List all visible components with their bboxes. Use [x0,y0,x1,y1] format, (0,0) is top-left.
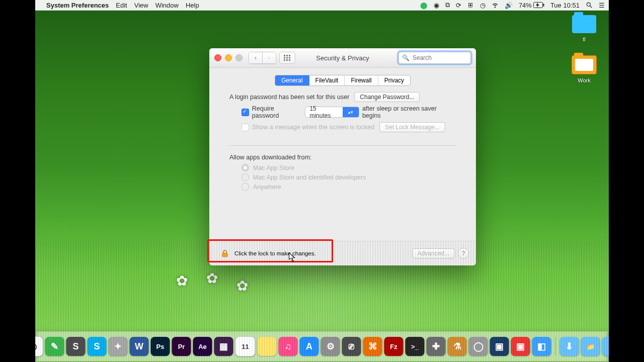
wifi-icon[interactable] [492,0,499,10]
help-button[interactable]: ? [458,248,469,259]
title-bar[interactable]: ‹ › Security & Privacy 🔍 [209,48,476,68]
lock-button[interactable]: Click the lock to make changes. [216,247,320,260]
search-input[interactable] [412,54,467,62]
tab-filevault[interactable]: FileVault [309,75,345,85]
dock-preview[interactable]: ⎚ [342,337,361,356]
dock-folder[interactable]: 📁 [581,337,600,356]
svg-line-3 [590,6,592,8]
back-button[interactable]: ‹ [249,52,263,64]
radio-icon [242,173,249,181]
dock-folder2[interactable]: 📁 [602,337,609,356]
dock-settings[interactable]: ⚙ [321,337,340,356]
tab-bar: General FileVault Firewall Privacy [275,75,411,86]
dock-word[interactable]: W [130,337,149,356]
close-button[interactable] [214,54,221,61]
dock-automator[interactable]: ⚗ [448,337,467,356]
search-icon: 🔍 [402,54,410,61]
dock-utility[interactable]: ✚ [427,337,446,356]
clock[interactable]: Tue 10:51 [550,0,580,10]
drive-icon [572,55,597,74]
dock-appstore[interactable]: A [300,337,319,356]
dock-diskutil[interactable]: ◯ [469,337,488,356]
svg-rect-9 [289,57,290,59]
svg-rect-12 [289,59,290,61]
record-icon[interactable]: ◉ [434,0,439,10]
change-password-button[interactable]: Change Password... [354,92,420,102]
dock-sublime[interactable]: S [66,337,86,356]
dock-corel[interactable]: ✎ [45,337,64,356]
dock: ☺◎✎SS✦WPsPrAe▦11♫A⚙⎚⌘Fz>_✚⚗◯▣▣◧⬇📁📁🗑 [35,332,609,361]
dock-downloads[interactable]: ⬇ [560,337,579,356]
svg-point-2 [587,3,590,6]
folder-icon [572,15,596,33]
dock-premiere[interactable]: Pr [172,337,191,356]
desktop: System Preferences File Edit View Window… [35,0,609,362]
desktop-folder-work[interactable]: Work [567,55,602,83]
volume-icon[interactable]: 🔊 [505,0,513,10]
show-all-button[interactable] [279,52,295,64]
forward-button[interactable]: › [263,52,276,64]
menu-help[interactable]: Help [186,0,199,10]
shield-icon[interactable]: ⛨ [467,0,474,10]
dock-separator [555,337,556,355]
dock-filezilla[interactable]: Fz [384,337,404,356]
radio-icon [242,183,249,191]
dock-app2[interactable]: ◧ [532,337,551,356]
dock-photoshop[interactable]: Ps [151,337,170,356]
tab-firewall[interactable]: Firewall [345,75,378,85]
menu-edit[interactable]: Edit [116,0,127,10]
menu-window[interactable]: Window [155,0,179,10]
dock-skype[interactable]: S [88,337,107,356]
dock-virtualbox[interactable]: ▣ [490,337,509,356]
svg-rect-5 [286,55,288,56]
minimize-button[interactable] [225,54,232,61]
tab-privacy[interactable]: Privacy [378,75,410,85]
svg-rect-10 [284,59,285,61]
dock-launchpad[interactable]: ✦ [109,337,128,356]
desktop-folder-tl[interactable]: tl [567,15,602,42]
dock-app1[interactable]: ▣ [511,337,530,356]
search-field[interactable]: 🔍 [398,52,471,64]
app-menu[interactable]: System Preferences [46,0,109,10]
lock-text: Click the lock to make changes. [234,250,316,256]
require-password-tail: after sleep or screen saver begins [362,105,456,119]
dock-mamp[interactable]: ⌘ [363,337,382,356]
radio-icon [242,164,249,171]
dropbox-icon[interactable]: ⧉ [445,0,450,10]
clock-icon[interactable]: ◷ [480,0,486,10]
preferences-window: ‹ › Security & Privacy 🔍 General FileVau… [209,48,476,265]
svg-rect-4 [284,55,285,56]
window-bottom-bar: Click the lock to make changes. Advanced… [209,241,476,265]
svg-rect-13 [222,253,228,257]
lock-icon [220,249,229,258]
dock-chrome[interactable]: ◎ [35,336,43,356]
require-password-delay-select[interactable]: 15 minutes ▴▾ [305,107,359,118]
svg-rect-8 [286,57,288,59]
dock-itunes[interactable]: ♫ [279,337,298,356]
desktop-folder-label: tl [567,36,602,42]
notifications-icon[interactable]: ☰ [599,0,605,10]
spotlight-icon[interactable] [586,0,593,10]
svg-rect-11 [286,59,288,61]
dock-notes[interactable] [258,337,277,356]
show-message-label: Show a message when the screen is locked [252,124,374,131]
battery-status[interactable]: 74% [519,0,544,10]
allow-apps-label: Allow apps downloaded from: [229,154,456,161]
allow-apps-option-0: Mac App Store [242,164,456,171]
dock-aftereffects[interactable]: Ae [193,337,212,356]
allow-apps-option-2: Anywhere [242,183,456,191]
evernote-icon[interactable]: ⬤ [420,0,428,10]
tab-general[interactable]: General [275,75,309,85]
desktop-folder-label: Work [567,77,602,83]
require-password-checkbox[interactable] [242,109,249,116]
menu-bar: System Preferences File Edit View Window… [35,0,609,11]
dock-hitfilm[interactable]: ▦ [214,337,233,356]
show-message-checkbox[interactable] [242,124,249,131]
dock-calendar[interactable]: 11 [235,336,256,356]
chevron-updown-icon: ▴▾ [343,107,359,117]
zoom-button[interactable] [235,54,243,61]
menu-view[interactable]: View [134,0,148,10]
sync-icon[interactable]: ⟳ [456,0,461,10]
allow-apps-option-1: Mac App Store and identified developers [242,173,456,181]
dock-terminal[interactable]: >_ [406,337,425,356]
